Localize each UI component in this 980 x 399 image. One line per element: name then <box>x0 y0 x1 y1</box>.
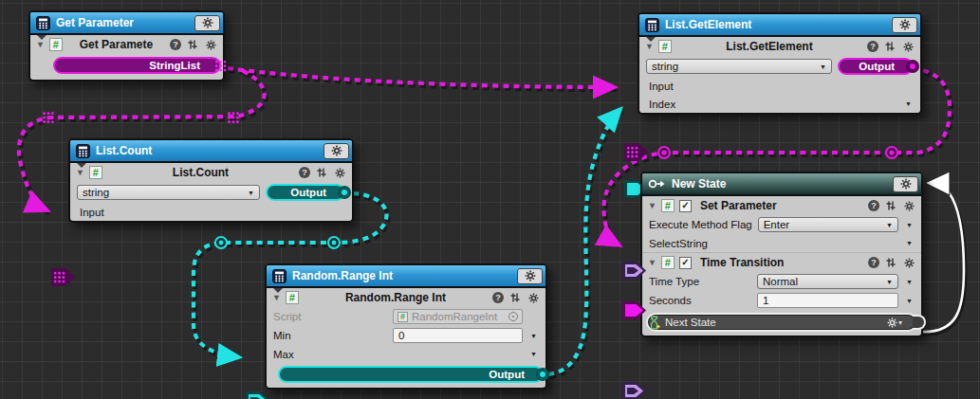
script-object-field[interactable]: # RandomRangeInt <box>393 309 523 324</box>
gear-icon[interactable] <box>902 200 915 212</box>
help-icon[interactable]: ? <box>299 167 310 178</box>
output-port-pill[interactable]: Output <box>266 184 345 201</box>
hash-icon: # <box>661 256 675 269</box>
type-dropdown-value: string <box>83 187 109 198</box>
collapse-arrow-icon[interactable]: ▼ <box>648 259 656 267</box>
time-type-value: Normal <box>763 276 798 287</box>
seconds-input[interactable]: 1 <box>757 293 898 308</box>
node-title-row: ▼ # Get Paramete ? <box>30 35 223 54</box>
enabled-checkbox[interactable]: ✓ <box>679 200 692 212</box>
script-label: Script <box>273 311 387 322</box>
hash-icon: # <box>49 38 63 51</box>
dropdown-arrow-icon: ▼ <box>248 190 254 196</box>
min-port-menu-arrow[interactable]: ▼ <box>528 333 539 339</box>
node-settings-button[interactable] <box>893 176 918 192</box>
output-port-pill-stringlist[interactable]: StringList <box>53 57 221 74</box>
max-port-menu-arrow[interactable]: ▼ <box>528 351 539 357</box>
output-pill-label: StringList <box>149 60 200 71</box>
sliders-icon[interactable] <box>884 257 897 269</box>
node-title: List.Count <box>107 166 294 179</box>
help-icon[interactable]: ? <box>492 292 504 303</box>
min-input[interactable]: 0 <box>393 328 523 343</box>
node-header[interactable]: List.GetElement <box>639 14 920 37</box>
index-port-menu-arrow[interactable]: ▼ <box>903 100 914 107</box>
execute-method-flag-label: Execute Method Flag <box>649 219 752 230</box>
output-port-pill[interactable]: Output <box>278 366 544 383</box>
node-list-get-element[interactable]: List.GetElement ▼ # List.GetElement ? st <box>638 12 922 115</box>
node-graph-canvas[interactable]: Get Parameter ▼ # Get Paramete ? <box>0 0 980 399</box>
output-pill-label: Output <box>489 369 525 380</box>
node-random-range-int[interactable]: Random.Range Int ▼ # Random.Range Int ? … <box>265 263 547 390</box>
sliders-icon[interactable] <box>883 41 897 53</box>
type-dropdown[interactable]: string ▼ <box>646 59 832 74</box>
hash-icon: # <box>89 166 102 179</box>
wire-random-output-to-getelement-index[interactable] <box>548 109 620 374</box>
execute-method-flag-dropdown[interactable]: Enter ▼ <box>758 217 898 232</box>
port-menu-arrow[interactable]: ▼ <box>904 240 915 246</box>
script-hash-icon: # <box>398 312 408 322</box>
port-menu-arrow[interactable]: ▼ <box>904 298 915 304</box>
enabled-checkbox[interactable]: ✓ <box>679 257 692 269</box>
node-settings-button[interactable] <box>324 143 349 159</box>
node-header[interactable]: Random.Range Int <box>267 265 545 288</box>
node-settings-button[interactable] <box>194 15 220 31</box>
collapse-arrow-icon[interactable]: ▼ <box>648 202 656 210</box>
sliders-icon[interactable] <box>315 167 328 179</box>
min-value: 0 <box>398 330 404 341</box>
next-state-transition-bar[interactable]: Next State ▾ <box>646 313 917 332</box>
header-flap-decoration <box>273 288 283 298</box>
task-header-time-transition: ▼ # ✓ Time Transition ? <box>642 252 921 272</box>
select-string-port-label: SelectString <box>649 238 708 249</box>
index-port-label: Index <box>649 99 675 110</box>
output-port-circle[interactable] <box>536 368 549 381</box>
header-flap-decoration <box>77 163 86 172</box>
seconds-label: Seconds <box>649 295 751 306</box>
calculator-icon <box>36 16 50 30</box>
gear-icon[interactable] <box>902 257 915 269</box>
help-icon[interactable]: ? <box>868 200 879 211</box>
sliders-icon[interactable] <box>186 39 199 51</box>
sliders-icon[interactable] <box>508 292 522 304</box>
node-header-title: Get Parameter <box>56 16 134 29</box>
node-list-count[interactable]: List.Count ▼ # List.Count ? string <box>68 138 354 223</box>
help-icon[interactable]: ? <box>170 39 181 50</box>
output-port-circle[interactable] <box>338 186 351 199</box>
task-header-set-parameter: ▼ # ✓ Set Parameter ? <box>642 196 921 215</box>
hash-icon: # <box>658 40 672 53</box>
gear-icon[interactable] <box>333 167 346 179</box>
node-header-title: New State <box>672 177 726 190</box>
node-new-state[interactable]: New State ▼ # ✓ Set Parameter ? Execute … <box>640 172 923 337</box>
list-port-dots-icon[interactable] <box>214 60 227 72</box>
node-get-parameter[interactable]: Get Parameter ▼ # Get Paramete ? <box>28 10 225 82</box>
node-settings-button[interactable] <box>892 17 917 33</box>
calculator-icon <box>272 269 287 283</box>
output-port-pill[interactable]: Output <box>838 58 914 75</box>
time-type-dropdown[interactable]: Normal ▼ <box>757 274 898 289</box>
sliders-icon[interactable] <box>884 200 897 212</box>
port-menu-arrow[interactable]: ▼ <box>904 279 915 285</box>
node-header[interactable]: List.Count <box>70 140 352 163</box>
hourglass-icon <box>648 316 660 330</box>
calculator-icon <box>645 18 659 32</box>
gear-icon[interactable] <box>901 41 915 53</box>
help-icon[interactable]: ? <box>867 41 878 52</box>
gear-icon[interactable] <box>204 39 217 51</box>
node-title: Get Paramete <box>67 38 165 51</box>
node-settings-button[interactable] <box>517 268 543 284</box>
header-flap-decoration <box>37 35 46 45</box>
transition-gear-menu[interactable]: ▾ <box>887 317 915 328</box>
state-node-header[interactable]: New State <box>642 173 921 196</box>
hash-icon: # <box>661 199 675 212</box>
calculator-icon <box>76 144 90 158</box>
next-state-label: Next State <box>665 317 716 328</box>
port-menu-arrow[interactable]: ▼ <box>904 222 915 228</box>
object-picker-icon[interactable] <box>508 312 518 321</box>
task-title: Set Parameter <box>696 199 863 212</box>
type-dropdown[interactable]: string ▼ <box>77 185 260 200</box>
node-header[interactable]: Get Parameter <box>30 12 223 35</box>
gear-icon[interactable] <box>527 292 540 304</box>
time-type-label: Time Type <box>649 276 751 287</box>
gear-icon <box>202 17 213 28</box>
help-icon[interactable]: ? <box>868 257 879 268</box>
output-port-circle[interactable] <box>906 60 919 73</box>
